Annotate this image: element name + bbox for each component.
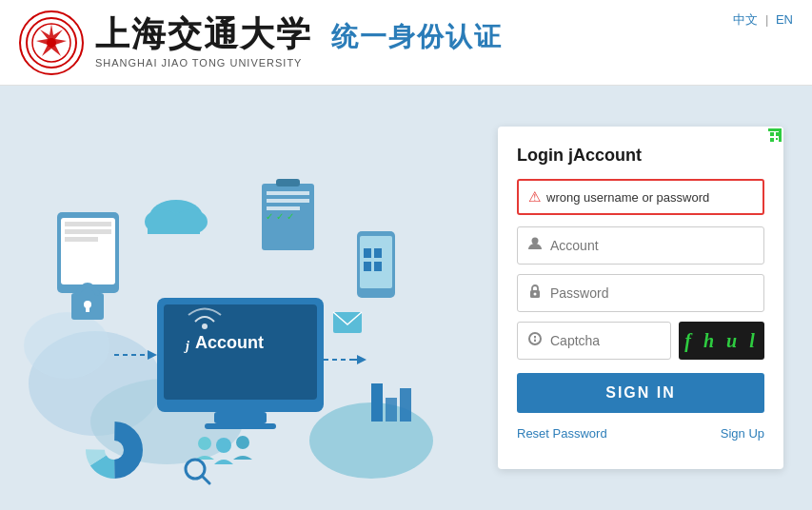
password-input-group (517, 274, 764, 312)
account-icon (527, 236, 543, 255)
password-input[interactable] (550, 285, 754, 301)
error-message: wrong username or password (546, 190, 709, 205)
signup-link[interactable]: Sign Up (721, 426, 764, 441)
svg-rect-29 (267, 199, 309, 203)
account-input[interactable] (550, 238, 754, 253)
system-title: 统一身份认证 (331, 19, 503, 55)
university-name-en: Shanghai Jiao Tong University (95, 57, 503, 69)
reset-password-link[interactable]: Reset Password (517, 426, 607, 441)
header-left: 上海交通大学 统一身份认证 Shanghai Jiao Tong Univers… (19, 10, 503, 75)
svg-point-7 (24, 312, 109, 379)
svg-rect-62 (770, 138, 774, 142)
svg-rect-10 (214, 412, 267, 423)
university-name-cn: 上海交通大学 (95, 17, 312, 51)
svg-rect-17 (65, 222, 111, 226)
login-title: Login jAccount (517, 146, 764, 166)
svg-rect-19 (65, 237, 98, 242)
signin-button[interactable]: SIGN IN (517, 373, 764, 413)
captcha-input[interactable] (550, 333, 661, 348)
lock-icon (527, 284, 543, 303)
svg-rect-61 (776, 132, 780, 136)
university-name-block: 上海交通大学 统一身份认证 Shanghai Jiao Tong Univers… (95, 17, 503, 69)
svg-rect-11 (205, 423, 276, 429)
svg-text:Account: Account (195, 333, 264, 352)
lang-cn-link[interactable]: 中文 (733, 12, 758, 27)
captcha-code: f h u l (684, 330, 758, 352)
svg-rect-41 (371, 383, 383, 422)
svg-rect-63 (776, 138, 778, 140)
captcha-row: f h u l (517, 322, 764, 360)
svg-point-3 (47, 38, 56, 48)
svg-rect-25 (374, 262, 382, 271)
captcha-input-group (517, 322, 671, 360)
svg-rect-30 (267, 206, 300, 210)
captcha-image[interactable]: f h u l (679, 322, 764, 360)
svg-marker-52 (357, 355, 366, 364)
header: 上海交通大学 统一身份认证 Shanghai Jiao Tong Univers… (0, 0, 812, 86)
svg-point-46 (198, 437, 211, 450)
svg-rect-40 (86, 305, 89, 312)
panel-footer: Reset Password Sign Up (517, 426, 764, 441)
error-box: ⚠ wrong username or password (517, 179, 764, 215)
svg-rect-42 (386, 398, 397, 422)
svg-rect-24 (364, 262, 371, 271)
svg-rect-23 (374, 248, 382, 258)
lang-en-link[interactable]: EN (776, 12, 793, 27)
svg-point-66 (534, 293, 537, 296)
account-input-group (517, 226, 764, 265)
login-panel: Login jAccount ⚠ wrong username or passw… (498, 127, 783, 469)
svg-text:✓: ✓ (276, 211, 284, 222)
language-switcher: 中文 | EN (733, 11, 793, 29)
svg-point-14 (202, 324, 208, 329)
qr-decoration (749, 127, 783, 161)
svg-rect-60 (770, 132, 774, 136)
svg-rect-37 (148, 220, 200, 234)
svg-rect-22 (364, 248, 371, 258)
svg-text:✓: ✓ (287, 211, 294, 222)
svg-point-45 (236, 436, 249, 449)
university-logo (19, 10, 84, 75)
svg-rect-16 (61, 218, 115, 284)
error-icon: ⚠ (528, 188, 541, 206)
svg-line-57 (202, 476, 209, 483)
svg-rect-28 (267, 191, 309, 195)
svg-point-64 (532, 238, 539, 245)
svg-rect-18 (65, 229, 111, 234)
illustration-area: j Account (19, 108, 457, 488)
main-content: j Account (0, 86, 812, 510)
svg-point-44 (216, 438, 231, 453)
svg-rect-43 (400, 388, 411, 422)
captcha-icon (527, 331, 543, 350)
svg-text:✓: ✓ (266, 211, 273, 222)
svg-rect-27 (276, 179, 300, 186)
